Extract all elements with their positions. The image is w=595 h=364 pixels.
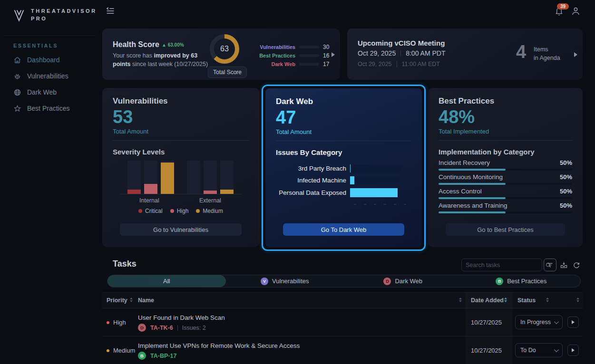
legend-row-vulnerabilities: Vulnerabilities 30 xyxy=(254,44,329,50)
chevron-right-icon[interactable] xyxy=(574,52,577,57)
column-date-added[interactable]: Date Added xyxy=(471,297,504,304)
meeting-primary-time: Oct 29, 20258:00 AM PDT xyxy=(358,49,445,57)
task-search[interactable] xyxy=(461,259,542,271)
vciso-meeting-card[interactable]: Upcoming vCISO Meeting Oct 29, 20258:00 … xyxy=(347,29,583,80)
card-title: Vulnerabilities xyxy=(113,96,168,106)
filter-button[interactable] xyxy=(544,259,556,271)
brand-name-line2: PRO xyxy=(31,15,97,23)
expand-task-button[interactable] xyxy=(567,316,579,328)
notification-count-badge: 39 xyxy=(557,3,569,10)
best-practices-total: 48% xyxy=(439,107,475,127)
star-icon xyxy=(13,105,21,113)
dark-web-badge-icon: D xyxy=(138,324,146,332)
tab-all[interactable]: All xyxy=(107,275,226,287)
sort-icon-date-added[interactable] xyxy=(504,297,507,302)
group-label-external: External xyxy=(199,197,221,204)
sidebar-section-label: ESSENTIALS xyxy=(13,43,58,48)
vulnerabilities-badge-icon: V xyxy=(261,278,268,285)
table-row[interactable]: Medium Implement Use VPNs for Remote Wor… xyxy=(102,336,583,364)
divider xyxy=(276,141,411,141)
chevron-right-icon[interactable] xyxy=(332,52,335,57)
dark-web-badge-icon: D xyxy=(383,278,391,285)
dark-web-total: 47 xyxy=(276,107,296,128)
bp-row-label: Awareness and Training xyxy=(439,202,507,209)
sidebar-item-dark-web[interactable]: Dark Web xyxy=(13,86,89,99)
progress-bar xyxy=(439,183,572,185)
card-title: Best Practices xyxy=(439,96,494,106)
table-row[interactable]: High User Found in Dark Web Scan D TA-TK… xyxy=(102,308,583,336)
sidebar-collapse-icon[interactable] xyxy=(106,6,115,16)
severity-legend: Critical High Medium xyxy=(102,208,259,214)
brand-shield-icon xyxy=(12,8,26,22)
status-dropdown[interactable]: In Progress xyxy=(515,315,563,329)
play-icon xyxy=(572,320,575,324)
home-icon xyxy=(13,56,21,64)
progress-bar xyxy=(439,211,572,213)
refresh-button[interactable] xyxy=(570,259,583,271)
column-status[interactable]: Status xyxy=(517,297,536,304)
best-practices-badge-icon: B xyxy=(138,352,146,360)
task-meta: D TA-TK-6 Issues: 2 xyxy=(138,324,206,332)
priority-cell: Medium xyxy=(107,347,135,354)
meeting-secondary-time: Oct 29, 202511:00 AM EDT xyxy=(358,61,440,67)
external-group xyxy=(187,161,234,194)
bp-row-label: Incident Recovery xyxy=(439,159,490,166)
sidebar-item-vulnerabilities[interactable]: Vulnerabilities xyxy=(13,69,89,83)
total-label: Total Implemented xyxy=(439,128,489,135)
bar-external-medium xyxy=(220,161,234,194)
bug-icon xyxy=(13,72,21,80)
dark-web-card: Dark Web 47 Total Amount Issues By Categ… xyxy=(265,88,422,247)
divider xyxy=(177,325,178,331)
bar-internal-medium xyxy=(161,161,174,194)
health-score-card[interactable]: Health Score ▲ 63.00% Your score has imp… xyxy=(102,29,340,80)
chevron-down-icon xyxy=(554,319,559,324)
progress-bar xyxy=(439,197,572,199)
sidebar-item-dashboard[interactable]: Dashboard xyxy=(13,53,89,67)
go-to-dark-web-button[interactable]: Go To Dark Web xyxy=(283,223,404,236)
table-header: Priority Name Date Added Status xyxy=(102,292,583,308)
expand-task-button[interactable] xyxy=(567,345,579,356)
sort-icon-priority[interactable] xyxy=(130,297,133,302)
sidebar-item-label: Dark Web xyxy=(27,88,57,96)
legend-bar xyxy=(299,63,319,66)
divider xyxy=(400,50,401,57)
task-filter-tabs: All V Vulnerabilites D Dark Web B Best P… xyxy=(107,275,581,287)
divider xyxy=(113,140,249,141)
tab-best-practices[interactable]: B Best Practices xyxy=(462,275,581,287)
sort-icon-actions[interactable] xyxy=(576,297,579,302)
progress-bar xyxy=(439,169,572,171)
column-priority[interactable]: Priority xyxy=(107,297,127,304)
sort-icon-status[interactable] xyxy=(546,297,549,302)
health-score-title: Health Score xyxy=(113,40,159,49)
go-to-best-practices-button[interactable]: Go to Best Practices xyxy=(446,223,565,236)
chevron-down-icon xyxy=(554,347,559,352)
legend-bar xyxy=(299,54,319,57)
bar-row-infected-machine: Infected Machine xyxy=(265,176,402,184)
column-name[interactable]: Name xyxy=(138,297,154,304)
bp-row-pct: 50% xyxy=(560,202,572,209)
best-practices-badge-icon: B xyxy=(496,278,503,285)
severity-bar-chart xyxy=(127,161,234,194)
bar-track xyxy=(350,176,402,184)
filter-icon xyxy=(546,261,554,268)
tasks-table: Priority Name Date Added Status High Use… xyxy=(102,292,583,364)
sort-icon-name[interactable] xyxy=(459,297,462,302)
archive-inbox-button[interactable] xyxy=(557,259,570,271)
divider xyxy=(439,140,572,141)
user-profile-icon[interactable] xyxy=(571,6,581,16)
tab-dark-web[interactable]: D Dark Web xyxy=(344,275,462,287)
go-to-vulnerabilities-button[interactable]: Go to Vulnerabilities xyxy=(120,223,242,236)
trend-up-icon: ▲ xyxy=(162,42,166,48)
task-issues: Issues: 2 xyxy=(182,325,206,331)
total-score-gauge: 63 xyxy=(210,34,239,64)
status-dropdown[interactable]: To Do xyxy=(515,343,563,357)
severity-levels-title: Severity Levels xyxy=(113,148,165,156)
inbox-in-icon xyxy=(560,261,568,269)
sidebar-item-label: Best Practices xyxy=(27,105,69,112)
critical-dot xyxy=(138,209,142,213)
task-id: TA-BP-17 xyxy=(150,353,176,359)
card-title: Dark Web xyxy=(276,97,313,106)
tab-vulnerabilities[interactable]: V Vulnerabilites xyxy=(226,275,344,287)
sidebar-item-best-practices[interactable]: Best Practices xyxy=(13,102,89,115)
search-input[interactable] xyxy=(466,262,542,268)
